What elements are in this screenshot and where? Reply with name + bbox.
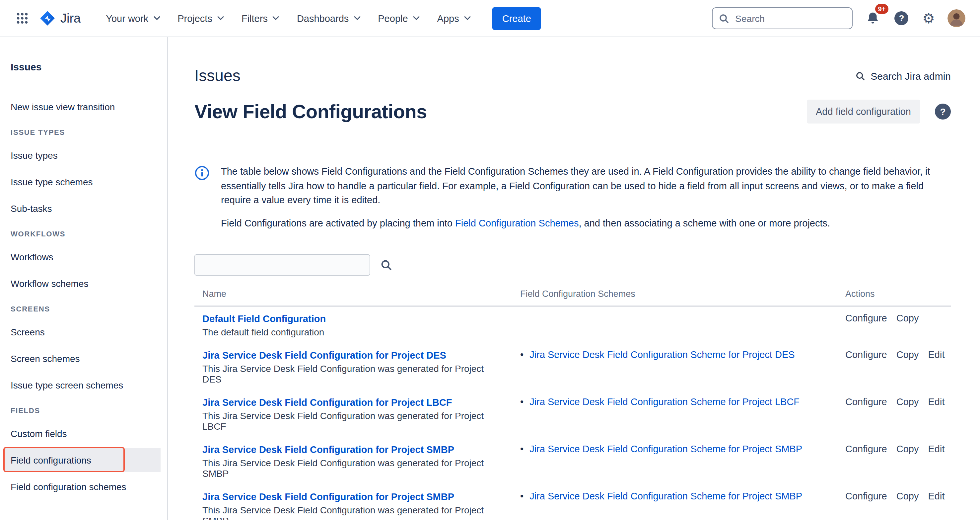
sidebar-item-issue-type-schemes[interactable]: Issue type schemes (11, 177, 167, 187)
global-search-input[interactable] (712, 7, 853, 29)
name-cell: Jira Service Desk Field Configuration fo… (194, 491, 512, 520)
filter-input[interactable] (194, 254, 370, 276)
table-row: Jira Service Desk Field Configuration fo… (194, 485, 951, 520)
sidebar-item-custom-fields[interactable]: Custom fields (11, 428, 167, 439)
table-row: Jira Service Desk Field Configuration fo… (194, 343, 951, 391)
nav-item-your-work[interactable]: Your work (99, 8, 167, 29)
search-jira-admin-label: Search Jira admin (870, 70, 951, 81)
scheme-link[interactable]: Jira Service Desk Field Configuration Sc… (530, 443, 802, 454)
table-row: Jira Service Desk Field Configuration fo… (194, 391, 951, 438)
jira-logo-icon (39, 10, 56, 27)
field-configuration-description: This Jira Service Desk Field Configurati… (202, 458, 504, 479)
field-configuration-link[interactable]: Jira Service Desk Field Configuration fo… (202, 444, 454, 456)
bullet-icon: • (520, 491, 523, 501)
nav-item-filters[interactable]: Filters (235, 8, 286, 29)
schemes-cell: •Jira Service Desk Field Configuration S… (512, 443, 837, 479)
search-jira-admin-link[interactable]: Search Jira admin (855, 70, 951, 81)
configure-link[interactable]: Configure (845, 443, 887, 455)
chevron-down-icon (353, 16, 361, 21)
name-cell: Jira Service Desk Field Configuration fo… (194, 443, 512, 479)
sidebar-item-workflow-schemes[interactable]: Workflow schemes (11, 278, 167, 289)
add-field-configuration-button[interactable]: Add field configuration (807, 100, 920, 123)
nav-item-apps[interactable]: Apps (431, 8, 478, 29)
actions-cell: Configure Copy Edit (837, 397, 951, 432)
sidebar-heading-issue-types: ISSUE TYPES (11, 128, 167, 136)
nav-item-label: Filters (242, 13, 268, 24)
field-configuration-description: This Jira Service Desk Field Configurati… (202, 505, 504, 520)
edit-link[interactable]: Edit (928, 491, 945, 502)
nav-item-dashboards[interactable]: Dashboards (290, 8, 367, 29)
configure-link[interactable]: Configure (845, 313, 887, 324)
create-button[interactable]: Create (492, 7, 541, 30)
scheme-link[interactable]: Jira Service Desk Field Configuration Sc… (530, 491, 802, 501)
table-row: Jira Service Desk Field Configuration fo… (194, 438, 951, 485)
configure-link[interactable]: Configure (845, 397, 887, 408)
scheme-link[interactable]: Jira Service Desk Field Configuration Sc… (530, 397, 800, 407)
schemes-cell (512, 313, 837, 337)
edit-link[interactable]: Edit (928, 349, 945, 360)
copy-link[interactable]: Copy (896, 397, 919, 408)
chevron-down-icon (272, 16, 280, 21)
configure-link[interactable]: Configure (845, 349, 887, 360)
copy-link[interactable]: Copy (896, 491, 919, 502)
copy-link[interactable]: Copy (896, 443, 919, 455)
edit-link[interactable]: Edit (928, 443, 945, 455)
field-configuration-link[interactable]: Jira Service Desk Field Configuration fo… (202, 397, 452, 408)
nav-item-label: Dashboards (297, 13, 349, 24)
help-icon: ? (894, 11, 908, 25)
sidebar-item-new-issue-view-transition[interactable]: New issue view transition (11, 102, 167, 112)
sidebar-item-field-configurations[interactable]: Field configurations (5, 448, 161, 472)
chevron-down-icon (153, 16, 160, 21)
sidebar-item-screens[interactable]: Screens (11, 327, 167, 337)
sidebar-title: Issues (11, 61, 167, 72)
info-panel: The table below shows Field Configuratio… (194, 165, 951, 230)
sidebar-item-issue-types[interactable]: Issue types (11, 150, 167, 161)
field-configuration-schemes-link[interactable]: Field Configuration Schemes (455, 217, 579, 228)
sidebar-item-sub-tasks[interactable]: Sub-tasks (11, 203, 167, 214)
field-configuration-description: This Jira Service Desk Field Configurati… (202, 410, 504, 432)
schemes-cell: •Jira Service Desk Field Configuration S… (512, 349, 837, 384)
page-help-icon[interactable]: ? (935, 104, 951, 120)
title-actions: Add field configuration ? (807, 100, 951, 123)
edit-link[interactable]: Edit (928, 397, 945, 408)
sidebar-item-screen-schemes[interactable]: Screen schemes (11, 353, 167, 364)
nav-item-projects[interactable]: Projects (171, 8, 231, 29)
scheme-link[interactable]: Jira Service Desk Field Configuration Sc… (530, 349, 795, 360)
navbar-left: Jira Your work Projects Filters Dashboar… (12, 7, 541, 30)
nav-item-people[interactable]: People (371, 8, 426, 29)
search-icon (719, 13, 729, 24)
global-search (712, 7, 853, 29)
bullet-icon: • (520, 397, 523, 407)
copy-link[interactable]: Copy (896, 349, 919, 360)
help-button[interactable]: ? (893, 10, 910, 27)
settings-button[interactable]: ⚙ (921, 10, 936, 27)
field-configuration-link[interactable]: Jira Service Desk Field Configuration fo… (202, 491, 454, 503)
field-configuration-link[interactable]: Default Field Configuration (202, 313, 326, 325)
info-paragraph-1: The table below shows Field Configuratio… (221, 165, 951, 207)
app-switcher-icon[interactable] (12, 9, 32, 27)
name-cell: Default Field Configuration The default … (194, 313, 512, 337)
table-filter-row (194, 254, 951, 276)
search-icon[interactable] (380, 259, 392, 271)
section-title: Issues (194, 66, 240, 85)
jira-logo[interactable]: Jira (39, 10, 81, 27)
notifications-badge: 9+ (875, 4, 889, 14)
user-avatar-icon (948, 9, 966, 27)
sidebar-item-field-configuration-schemes[interactable]: Field configuration schemes (11, 482, 167, 492)
actions-cell: Configure Copy Edit (837, 349, 951, 384)
notifications-button[interactable]: 9+ (864, 9, 882, 27)
field-configuration-link[interactable]: Jira Service Desk Field Configuration fo… (202, 350, 446, 361)
main-content: Issues Search Jira admin View Field Conf… (168, 37, 980, 520)
sidebar-item-issue-type-screen-schemes[interactable]: Issue type screen schemes (11, 380, 167, 391)
configure-link[interactable]: Configure (845, 491, 887, 502)
table-row: Default Field Configuration The default … (194, 307, 951, 343)
avatar[interactable] (948, 9, 966, 27)
info-text: The table below shows Field Configuratio… (221, 165, 951, 230)
info-paragraph-2-suffix: , and then associating a scheme with one… (579, 217, 830, 228)
actions-cell: Configure Copy Edit (837, 443, 951, 479)
copy-link[interactable]: Copy (896, 313, 919, 324)
sidebar-heading-screens: SCREENS (11, 305, 167, 313)
sidebar-item-workflows[interactable]: Workflows (11, 252, 167, 262)
primary-nav: Your work Projects Filters Dashboards Pe… (99, 8, 477, 29)
top-navbar: Jira Your work Projects Filters Dashboar… (0, 0, 980, 37)
